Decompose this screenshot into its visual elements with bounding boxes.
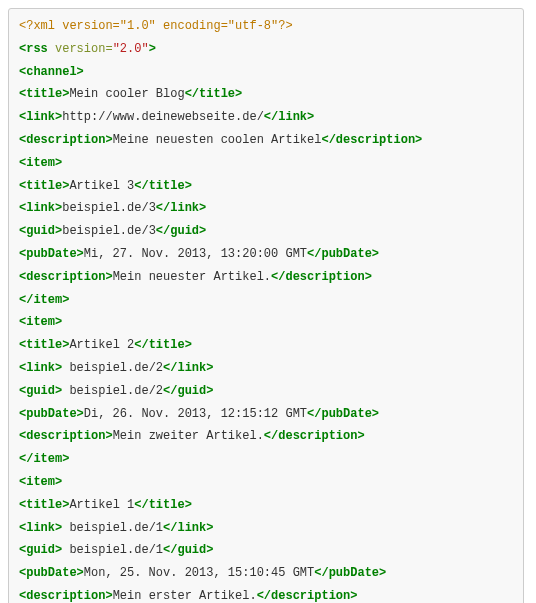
item2-description-text: Mein zweiter Artikel. (113, 429, 264, 443)
description-close-tag: </description> (264, 429, 365, 443)
link-close-tag: </link> (264, 110, 314, 124)
rss-version-attr: version= (48, 42, 113, 56)
item2-guid-text: beispiel.de/2 (62, 384, 163, 398)
item2-link-text: beispiel.de/2 (62, 361, 163, 375)
pubdate-close-tag: </pubDate> (307, 407, 379, 421)
item3-description-text: Mein erster Artikel. (113, 589, 257, 603)
item1-pubdate-text: Mi, 27. Nov. 2013, 13:20:00 GMT (84, 247, 307, 261)
description-open-tag: <description> (19, 133, 113, 147)
item1-guid-text: beispiel.de/3 (62, 224, 156, 238)
title-close-tag: </title> (134, 338, 192, 352)
channel-title-text: Mein cooler Blog (69, 87, 184, 101)
title-open-tag: <title> (19, 498, 69, 512)
rss-open-tag: <rss (19, 42, 48, 56)
link-open-tag: <link> (19, 521, 62, 535)
item1-description-text: Mein neuester Artikel. (113, 270, 271, 284)
channel-link-text: http://www.deinewebseite.de/ (62, 110, 264, 124)
guid-close-tag: </guid> (163, 543, 213, 557)
title-close-tag: </title> (134, 498, 192, 512)
link-close-tag: </link> (156, 201, 206, 215)
guid-open-tag: <guid> (19, 384, 62, 398)
pubdate-open-tag: <pubDate> (19, 407, 84, 421)
item1-link-text: beispiel.de/3 (62, 201, 156, 215)
description-open-tag: <description> (19, 429, 113, 443)
description-close-tag: </description> (271, 270, 372, 284)
description-open-tag: <description> (19, 270, 113, 284)
item3-guid-text: beispiel.de/1 (62, 543, 163, 557)
item1-title-text: Artikel 3 (69, 179, 134, 193)
pubdate-close-tag: </pubDate> (314, 566, 386, 580)
guid-close-tag: </guid> (156, 224, 206, 238)
link-close-tag: </link> (163, 521, 213, 535)
code-block: <?xml version="1.0" encoding="utf-8"?> <… (8, 8, 524, 603)
title-close-tag: </title> (185, 87, 243, 101)
xml-processing-instruction: <?xml version="1.0" encoding="utf-8"?> (19, 19, 293, 33)
pubdate-open-tag: <pubDate> (19, 247, 84, 261)
item3-title-text: Artikel 1 (69, 498, 134, 512)
guid-open-tag: <guid> (19, 543, 62, 557)
rss-version-value: "2.0" (113, 42, 149, 56)
item-close-tag: </item> (19, 293, 69, 307)
item-open-tag: <item> (19, 315, 62, 329)
item-close-tag: </item> (19, 452, 69, 466)
description-open-tag: <description> (19, 589, 113, 603)
description-close-tag: </description> (321, 133, 422, 147)
description-close-tag: </description> (257, 589, 358, 603)
guid-open-tag: <guid> (19, 224, 62, 238)
title-close-tag: </title> (134, 179, 192, 193)
channel-description-text: Meine neuesten coolen Artikel (113, 133, 322, 147)
rss-open-close-bracket: > (149, 42, 156, 56)
guid-close-tag: </guid> (163, 384, 213, 398)
item-open-tag: <item> (19, 475, 62, 489)
pubdate-close-tag: </pubDate> (307, 247, 379, 261)
link-open-tag: <link> (19, 201, 62, 215)
channel-open-tag: <channel> (19, 65, 84, 79)
link-open-tag: <link> (19, 110, 62, 124)
item3-pubdate-text: Mon, 25. Nov. 2013, 15:10:45 GMT (84, 566, 314, 580)
link-close-tag: </link> (163, 361, 213, 375)
pubdate-open-tag: <pubDate> (19, 566, 84, 580)
title-open-tag: <title> (19, 87, 69, 101)
item2-pubdate-text: Di, 26. Nov. 2013, 12:15:12 GMT (84, 407, 307, 421)
title-open-tag: <title> (19, 179, 69, 193)
title-open-tag: <title> (19, 338, 69, 352)
item-open-tag: <item> (19, 156, 62, 170)
item2-title-text: Artikel 2 (69, 338, 134, 352)
item3-link-text: beispiel.de/1 (62, 521, 163, 535)
link-open-tag: <link> (19, 361, 62, 375)
